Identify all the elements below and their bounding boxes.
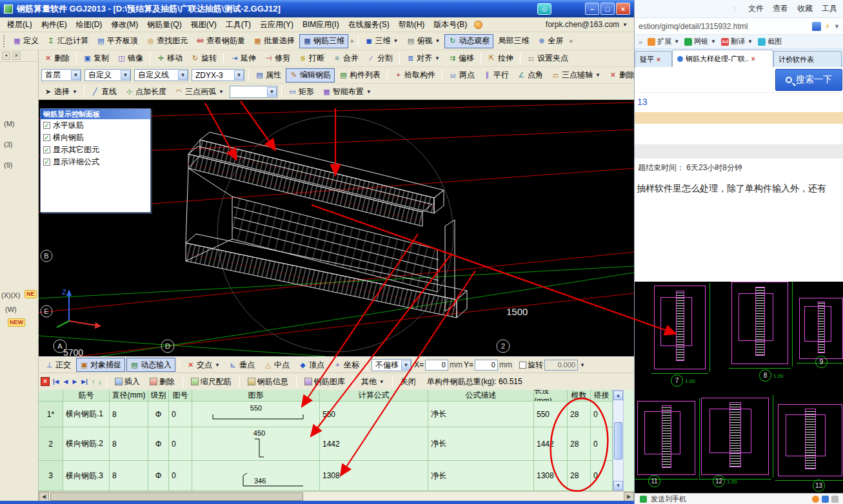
menu-bim[interactable]: BIM应用(I) <box>298 18 344 32</box>
smart-layout-button[interactable]: ▦智能布置▼ <box>319 84 375 99</box>
batch-select-button[interactable]: ▦批量选择 <box>250 34 299 48</box>
snap-midpoint[interactable]: △中点 <box>260 358 293 372</box>
menu-rebar[interactable]: 钢筋量(Q) <box>143 18 186 32</box>
checkbox-checked-icon[interactable]: ✓ <box>43 134 50 141</box>
close-editor-button[interactable]: 关闭 <box>397 374 420 389</box>
close-icon[interactable]: × <box>657 56 660 63</box>
x-input[interactable]: 0 <box>425 360 448 371</box>
menu-cloud[interactable]: 云应用(Y) <box>255 18 298 32</box>
partial-3d-button[interactable]: 局部三维 <box>494 34 533 48</box>
menu-view[interactable]: 视图(V) <box>186 18 221 32</box>
dynamic-input-toggle[interactable]: ▤动态输入 <box>126 358 175 372</box>
link-fragment[interactable]: 13 <box>637 97 648 107</box>
ebank-button[interactable]: 网银▼ <box>684 37 716 46</box>
move-up-button[interactable]: ↑ <box>91 378 96 385</box>
checkbox-checked-icon[interactable]: ✓ <box>43 146 50 153</box>
y-input[interactable]: 0 <box>475 360 498 371</box>
offset-mode-select[interactable]: 不偏移▼ <box>372 359 412 371</box>
category-select[interactable]: 自定义▼ <box>84 69 131 81</box>
more-icon[interactable] <box>831 496 838 503</box>
status-icon[interactable] <box>812 496 819 503</box>
element-list-button[interactable]: ▤构件列表 <box>335 68 384 82</box>
osnap-toggle[interactable]: ▣对象捕捉 <box>76 358 125 372</box>
view-3d-button[interactable]: ◼三维▼ <box>361 34 402 48</box>
stretch-button[interactable]: ⇱拉伸 <box>484 52 517 66</box>
titlebar[interactable]: 钢筋算量软件 GGJ2013 - [D:\预结算及抽筋\广联达抽筋\测试-2.G… <box>0 0 634 17</box>
grip-settings-button[interactable]: ⚏设置夹点 <box>523 52 572 66</box>
trim-button[interactable]: ⊣修剪 <box>261 52 294 66</box>
menu-modify[interactable]: 修改(M) <box>106 18 143 32</box>
browser-menu-file[interactable]: 文件 <box>748 3 764 14</box>
move-down-button[interactable]: ↓ <box>97 378 103 385</box>
maximize-button[interactable]: □ <box>600 3 615 15</box>
scroll-up-icon[interactable]: ▲ <box>613 391 623 400</box>
chevron-down-icon[interactable]: ▼ <box>834 23 840 30</box>
view-rebar-qty-button[interactable]: 60查看钢筋量 <box>192 34 249 48</box>
col-header[interactable]: 图形 <box>192 390 320 402</box>
summary-calc-button[interactable]: Σ汇总计算 <box>43 34 92 48</box>
rotate-checkbox[interactable] <box>519 362 526 369</box>
site-icon[interactable] <box>812 22 821 31</box>
scroll-left-icon[interactable]: ◀ <box>39 492 49 501</box>
menu-floor[interactable]: 楼层(L) <box>3 18 37 32</box>
rebar-info-button[interactable]: 钢筋信息 <box>244 374 292 389</box>
define-button[interactable]: ▦定义 <box>9 34 43 48</box>
align-button[interactable]: ≣对齐▼ <box>402 52 444 66</box>
browser-menu-fav[interactable]: 收藏 <box>797 3 813 14</box>
delete-button[interactable]: ✕删除 <box>40 52 74 66</box>
search-button[interactable]: 搜索一下 <box>775 69 842 91</box>
screenshot-button[interactable]: 截图 <box>758 37 782 46</box>
point-angle-axis-button[interactable]: ∠点角 <box>513 68 547 82</box>
close-button[interactable]: × <box>616 3 630 15</box>
smiley-icon[interactable] <box>474 21 482 29</box>
flush-slab-button[interactable]: ▤平齐板顶 <box>93 34 142 48</box>
toolbar-grip[interactable] <box>3 35 6 47</box>
snap-perpendicular[interactable]: ⊾垂点 <box>225 358 259 372</box>
two-point-axis-button[interactable]: ⚍两点 <box>445 68 479 82</box>
move-button[interactable]: ✛移动 <box>153 52 186 66</box>
rebar-library-button[interactable]: 钢筋图库 <box>301 374 349 389</box>
rectangle-tool-button[interactable]: ▭矩形 <box>284 84 318 99</box>
toolbar-overflow-icon[interactable]: » <box>568 37 574 44</box>
tab-2-active[interactable]: 钢筋大样处理-广联..× <box>672 50 773 67</box>
checkbox-checked-icon[interactable]: ✓ <box>43 122 50 129</box>
last-record-button[interactable]: ▶| <box>80 378 88 385</box>
prev-record-button[interactable]: ◀ <box>62 378 69 385</box>
table-row[interactable]: 3 横向钢筋.3 8 Φ 0 346 1308 净长 1308 28 <box>39 461 613 491</box>
account-menu[interactable]: forpk.chen@163.com ▼ <box>546 20 631 29</box>
delete-row-button[interactable]: 删除 <box>146 374 179 389</box>
rebar-3d-button[interactable]: ▦钢筋三维 <box>299 34 348 48</box>
col-header[interactable]: 计算公式 <box>320 390 428 402</box>
option-horizontal-bars[interactable]: ✓水平纵筋 <box>41 119 150 131</box>
find-element-button[interactable]: ◎查找图元 <box>143 34 192 48</box>
fullscreen-button[interactable]: ⊕全屏 <box>533 34 567 48</box>
panel-title[interactable]: 钢筋显示控制面板 <box>41 109 150 119</box>
pin-icon[interactable]: ▪ <box>2 52 10 60</box>
col-header[interactable]: 根数 <box>568 390 591 402</box>
tab-3[interactable]: 计价软件表 <box>773 51 842 67</box>
menu-draw[interactable]: 绘图(D) <box>72 18 107 32</box>
overflow-icon[interactable]: » <box>639 38 642 46</box>
col-header[interactable]: 公式描述 <box>428 390 534 402</box>
scroll-right-icon[interactable]: ▶ <box>624 492 634 501</box>
col-header[interactable]: 长度(mm) <box>534 390 568 402</box>
edit-rebar-button[interactable]: ✎编辑钢筋 <box>286 68 335 82</box>
toolbar-overflow-icon[interactable]: » <box>349 37 355 44</box>
copy-button[interactable]: ▣复制 <box>79 52 113 66</box>
horizontal-scrollbar[interactable]: ◀ ▶ <box>39 491 634 501</box>
snap-vertex[interactable]: ◆顶点 <box>295 358 328 372</box>
split-button[interactable]: ∕分割 <box>363 52 397 66</box>
minimize-button[interactable]: – <box>585 3 599 15</box>
lightning-icon[interactable]: ⚡ <box>825 22 830 31</box>
menu-tools[interactable]: 工具(T) <box>221 18 255 32</box>
break-button[interactable]: ≶打断 <box>295 52 328 66</box>
draw-mode-select[interactable]: ▼ <box>230 86 277 98</box>
merge-button[interactable]: ≡合并 <box>329 52 362 66</box>
send-to-phone[interactable]: 发送到手机 <box>651 494 686 504</box>
point-length-button[interactable]: ⊹点加长度 <box>121 84 170 99</box>
table-vertical-scrollbar[interactable]: ▲ ▼ <box>613 390 624 491</box>
extend-button[interactable]: ⇥延伸 <box>226 52 260 66</box>
dock-item[interactable]: (9) <box>4 161 12 169</box>
element-name-select[interactable]: ZDYX-3▼ <box>192 69 244 81</box>
snap-intersection[interactable]: ✕交点▼ <box>183 358 224 372</box>
